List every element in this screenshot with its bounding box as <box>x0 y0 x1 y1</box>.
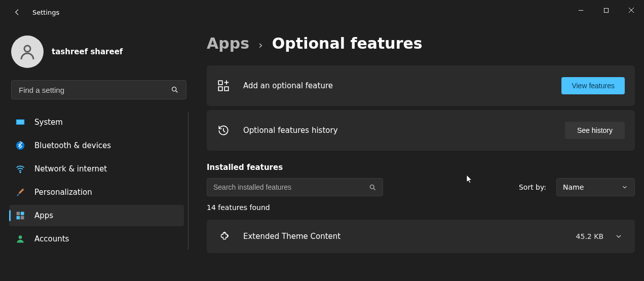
svg-rect-13 <box>17 216 20 220</box>
find-setting-input[interactable] <box>19 86 171 94</box>
svg-rect-1 <box>604 8 608 12</box>
sidebar-item-bluetooth[interactable]: Bluetooth & devices <box>9 135 184 156</box>
svg-rect-14 <box>21 216 24 220</box>
minimize-button[interactable] <box>568 0 593 20</box>
maximize-button[interactable] <box>593 0 619 20</box>
nav-list: System Bluetooth & devices Network & int… <box>9 112 188 250</box>
sidebar-item-personalization[interactable]: Personalization <box>9 182 184 203</box>
maximize-icon <box>603 8 609 13</box>
sort-by-select[interactable]: Name <box>556 178 635 196</box>
sidebar-item-apps[interactable]: Apps <box>9 205 184 226</box>
chevron-right-icon: › <box>258 39 263 51</box>
profile-name: tashreef shareef <box>52 47 123 56</box>
search-installed-features[interactable] <box>207 178 383 196</box>
monitor-icon <box>15 117 25 127</box>
puzzle-icon <box>219 231 230 242</box>
window-controls <box>568 0 644 20</box>
feature-row[interactable]: Extended Theme Content 45.2 KB <box>207 220 635 253</box>
chevron-down-icon <box>621 184 628 191</box>
svg-line-22 <box>223 131 225 132</box>
add-optional-feature-card: Add an optional feature View features <box>207 65 635 106</box>
svg-point-4 <box>24 46 30 52</box>
installed-features-label: Installed features <box>207 163 635 172</box>
add-grid-icon <box>217 79 230 92</box>
optional-features-history-card: Optional features history See history <box>207 110 635 151</box>
svg-point-15 <box>19 235 22 239</box>
sidebar-item-label: Network & internet <box>34 164 107 173</box>
bluetooth-icon <box>15 140 25 151</box>
breadcrumb-parent[interactable]: Apps <box>207 34 249 52</box>
wifi-icon <box>15 164 25 174</box>
titlebar: Settings <box>0 0 644 24</box>
paintbrush-icon <box>15 187 25 197</box>
close-icon <box>628 7 634 13</box>
sort-value: Name <box>563 183 584 191</box>
see-history-button[interactable]: See history <box>565 122 625 139</box>
profile-block[interactable]: tashreef shareef <box>11 36 188 68</box>
back-button[interactable] <box>12 7 22 17</box>
sidebar-item-network[interactable]: Network & internet <box>9 158 184 180</box>
breadcrumb: Apps › Optional features <box>207 34 635 52</box>
filter-row: Sort by: Name <box>207 178 635 196</box>
sidebar-item-label: Accounts <box>34 234 69 243</box>
features-count: 14 features found <box>207 203 635 212</box>
sort-by-label: Sort by: <box>519 183 546 191</box>
feature-size: 45.2 KB <box>576 232 603 240</box>
account-icon <box>15 234 25 244</box>
sidebar-item-label: Personalization <box>34 188 92 197</box>
svg-rect-11 <box>17 212 20 216</box>
card-title: Add an optional feature <box>243 81 561 90</box>
person-icon <box>18 43 36 61</box>
sidebar-item-label: Apps <box>34 211 53 220</box>
svg-rect-18 <box>224 87 229 91</box>
svg-rect-17 <box>218 87 222 91</box>
close-button[interactable] <box>619 0 644 20</box>
svg-rect-8 <box>17 120 24 124</box>
svg-rect-16 <box>218 81 222 85</box>
arrow-left-icon <box>13 8 21 16</box>
app-title: Settings <box>32 9 59 16</box>
search-installed-input[interactable] <box>213 183 369 191</box>
view-features-button[interactable]: View features <box>561 77 625 94</box>
svg-point-10 <box>20 172 21 173</box>
svg-line-6 <box>176 91 177 92</box>
chevron-down-icon <box>615 232 623 240</box>
apps-icon <box>15 210 25 221</box>
feature-name: Extended Theme Content <box>243 232 576 241</box>
svg-point-5 <box>172 87 176 91</box>
svg-rect-12 <box>21 212 24 216</box>
sidebar-item-accounts[interactable]: Accounts <box>9 228 184 250</box>
svg-line-24 <box>373 188 375 190</box>
svg-point-23 <box>370 185 374 189</box>
sidebar-item-label: System <box>34 118 63 127</box>
main-content: Apps › Optional features Add an optional… <box>207 34 635 281</box>
avatar <box>11 36 44 68</box>
sidebar-item-system[interactable]: System <box>9 112 184 133</box>
sidebar: tashreef shareef System Bluetooth & devi… <box>0 29 198 252</box>
minimize-icon <box>578 8 584 13</box>
find-setting-search[interactable] <box>11 80 186 99</box>
page-title: Optional features <box>272 34 423 52</box>
history-icon <box>217 124 230 137</box>
search-icon <box>171 86 179 94</box>
card-title: Optional features history <box>243 126 565 135</box>
svg-point-9 <box>16 142 25 150</box>
search-icon <box>369 184 376 191</box>
sidebar-item-label: Bluetooth & devices <box>34 141 111 150</box>
